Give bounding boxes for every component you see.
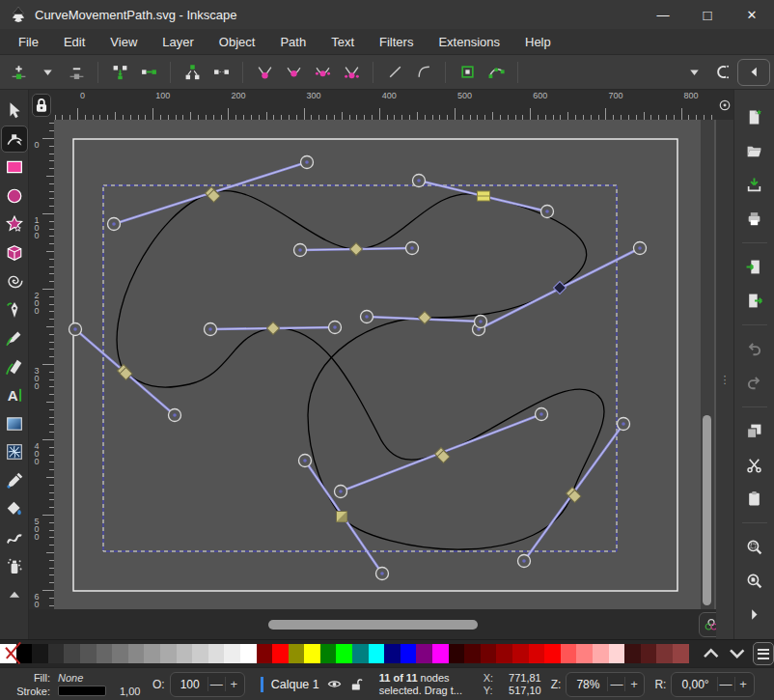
quick-zoom-icon[interactable]: [718, 98, 732, 112]
palette-swatch[interactable]: [208, 644, 225, 663]
pen-tool[interactable]: [2, 297, 27, 322]
horizontal-scrollbar-thumb[interactable]: [268, 620, 478, 630]
palette-swatch[interactable]: [561, 644, 577, 663]
palette-swatch[interactable]: [384, 644, 401, 663]
box3d-tool[interactable]: [2, 240, 27, 266]
star-tool[interactable]: [2, 211, 27, 237]
palette-swatch[interactable]: [609, 644, 625, 663]
make-symmetric-node-button[interactable]: [308, 59, 337, 86]
toolbox-scroll-more[interactable]: [2, 582, 27, 607]
mesh-gradient-tool[interactable]: [2, 439, 27, 464]
duplicate-button[interactable]: [740, 417, 769, 444]
open-document-button[interactable]: [740, 137, 769, 164]
show-outline-button[interactable]: [708, 59, 737, 86]
make-corner-node-button[interactable]: [250, 59, 279, 86]
drawing-canvas[interactable]: [54, 120, 716, 609]
export-button[interactable]: [740, 287, 769, 314]
tweak-tool[interactable]: [2, 525, 27, 550]
palette-swatch[interactable]: [416, 644, 432, 663]
palette-swatch[interactable]: [673, 644, 689, 663]
lock-ruler-button[interactable]: [32, 94, 51, 117]
spray-tool[interactable]: [2, 553, 27, 578]
lpe-menu-button[interactable]: [679, 59, 708, 86]
palette-swatch[interactable]: [593, 644, 609, 663]
selector-tool[interactable]: [2, 98, 27, 123]
layer-visibility-icon[interactable]: [327, 677, 342, 691]
make-auto-node-button[interactable]: [337, 59, 366, 86]
save-button[interactable]: [740, 171, 769, 198]
palette-swatch[interactable]: [128, 644, 145, 663]
rotation-spinbox[interactable]: 0,00° — +: [671, 672, 754, 697]
palette-swatch[interactable]: [192, 644, 208, 663]
palette-swatch[interactable]: [304, 644, 320, 663]
close-button[interactable]: ✕: [730, 0, 774, 29]
palette-swatch[interactable]: [432, 644, 449, 663]
palette-swatch[interactable]: [481, 644, 497, 663]
vertical-ruler[interactable]: 0100200300400500600: [29, 120, 54, 609]
palette-swatch[interactable]: [97, 644, 113, 663]
maximize-button[interactable]: □: [685, 0, 730, 29]
stroke-color-swatch[interactable]: [58, 686, 106, 696]
menu-extensions[interactable]: Extensions: [426, 31, 512, 53]
collapse-panel-button[interactable]: [737, 59, 770, 86]
print-button[interactable]: [740, 205, 769, 232]
undo-button[interactable]: [740, 335, 769, 362]
menu-text[interactable]: Text: [318, 31, 367, 53]
palette-swatch[interactable]: [144, 644, 160, 663]
menu-layer[interactable]: Layer: [150, 31, 207, 53]
menu-edit[interactable]: Edit: [51, 31, 97, 53]
palette-swatch[interactable]: [656, 644, 673, 663]
zoom-decrease-button[interactable]: —: [607, 677, 624, 691]
layer-name[interactable]: Calque 1: [271, 678, 319, 691]
dropper-tool[interactable]: [2, 468, 27, 493]
palette-swatch[interactable]: [272, 644, 289, 663]
commands-more-button[interactable]: [740, 601, 769, 628]
opacity-increase-button[interactable]: +: [225, 677, 242, 691]
make-smooth-node-button[interactable]: [279, 59, 308, 86]
menu-filters[interactable]: Filters: [367, 31, 426, 53]
palette-swatch[interactable]: [464, 644, 481, 663]
palette-swatch[interactable]: [336, 644, 352, 663]
palette-swatch[interactable]: [624, 644, 641, 663]
palette-swatch[interactable]: [112, 644, 128, 663]
palette-swatch[interactable]: [496, 644, 512, 663]
vertical-scrollbar-thumb[interactable]: [703, 415, 711, 605]
palette-swatch[interactable]: [320, 644, 337, 663]
zoom-selection-button[interactable]: [740, 533, 769, 560]
spiral-tool[interactable]: [2, 268, 27, 294]
palette-swatch[interactable]: [512, 644, 529, 663]
palette-swatch[interactable]: [369, 644, 385, 663]
make-segment-curve-button[interactable]: [409, 59, 438, 86]
layer-lock-icon[interactable]: [349, 677, 364, 691]
rectangle-tool[interactable]: [2, 154, 27, 180]
panel-splitter[interactable]: ⋮: [716, 120, 733, 639]
palette-swatch[interactable]: [240, 644, 257, 663]
palette-swatch[interactable]: [352, 644, 369, 663]
import-button[interactable]: [740, 253, 769, 280]
calligraphy-tool[interactable]: [2, 354, 27, 379]
palette-swatch[interactable]: [177, 644, 193, 663]
join-with-segment-button[interactable]: [134, 59, 163, 86]
palette-swatch[interactable]: [641, 644, 657, 663]
rotation-decrease-button[interactable]: —: [717, 677, 734, 691]
rotation-increase-button[interactable]: +: [734, 677, 752, 691]
palette-swatch[interactable]: [449, 644, 465, 663]
new-document-button[interactable]: [740, 103, 769, 130]
insert-node-button[interactable]: [4, 59, 33, 86]
palette-swatch[interactable]: [401, 644, 417, 663]
menu-file[interactable]: File: [6, 31, 51, 53]
palette-swatch[interactable]: [32, 644, 48, 663]
node-tool[interactable]: [2, 126, 27, 152]
text-tool[interactable]: A: [2, 382, 27, 407]
palette-swatch[interactable]: [160, 644, 177, 663]
horizontal-scrollbar[interactable]: [29, 609, 729, 639]
palette-swatch[interactable]: [576, 644, 593, 663]
delete-segment-button[interactable]: [207, 59, 235, 86]
palette-swatch[interactable]: [224, 644, 240, 663]
object-to-path-button[interactable]: [453, 59, 482, 86]
gradient-tool[interactable]: [2, 411, 27, 436]
cut-button[interactable]: [740, 451, 769, 478]
paint-bucket-tool[interactable]: [2, 496, 27, 521]
opacity-value[interactable]: 100: [173, 678, 207, 691]
delete-node-button[interactable]: [62, 59, 91, 86]
